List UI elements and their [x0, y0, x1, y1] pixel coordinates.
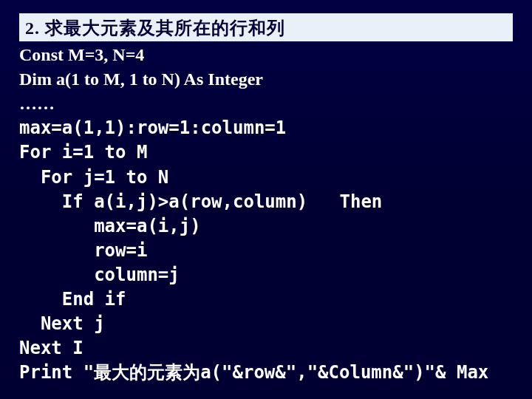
code-block: Const M=3, N=4 Dim a(1 to M, 1 to N) As … [19, 43, 513, 386]
print-prefix: Print " [19, 362, 94, 383]
slide-title: 2. 求最大元素及其所在的行和列 [25, 18, 285, 38]
code-line: Next j [19, 312, 513, 336]
code-line: max=a(1,1):row=1:column=1 [19, 116, 513, 140]
code-line: Print "最大的元素为a("&row&","&Column&")"& Max [19, 361, 513, 385]
code-line: Const M=3, N=4 [19, 43, 513, 67]
code-line: If a(i,j)>a(row,column) Then [19, 190, 513, 214]
print-cjk: 最大的元素为 [94, 363, 200, 382]
code-line: Next I [19, 336, 513, 361]
code-line: For i=1 to M [19, 140, 513, 165]
code-line: row=i [19, 239, 513, 263]
code-line: End if [19, 287, 513, 312]
code-line: column=j [19, 263, 513, 287]
print-suffix: a("&row&","&Column&")"& Max [200, 362, 488, 383]
slide: 2. 求最大元素及其所在的行和列 Const M=3, N=4 Dim a(1 … [0, 0, 532, 399]
heading-bar: 2. 求最大元素及其所在的行和列 [19, 13, 513, 41]
code-line: …… [19, 92, 513, 116]
code-line: max=a(i,j) [19, 214, 513, 239]
code-line: Dim a(1 to M, 1 to N) As Integer [19, 67, 513, 92]
code-line: For j=1 to N [19, 166, 513, 190]
